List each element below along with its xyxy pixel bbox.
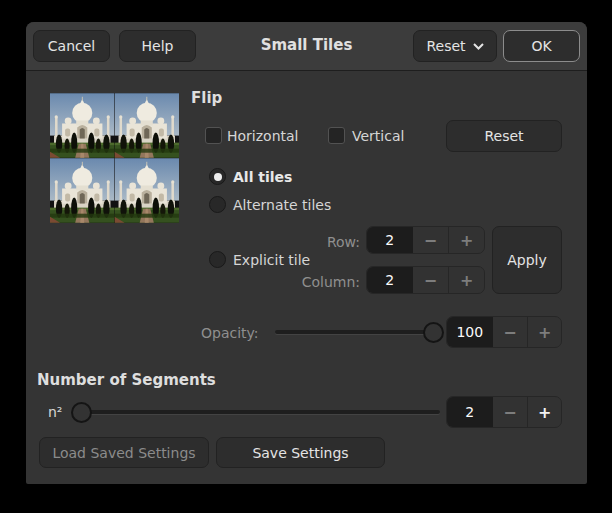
segments-decrement-button[interactable]: − [493, 397, 528, 427]
screen-background: Cancel Help Small Tiles Reset OK [0, 0, 612, 513]
ok-button[interactable]: OK [503, 30, 580, 62]
horizontal-checkbox[interactable] [205, 127, 222, 144]
row-spinner: 2 − + [366, 226, 485, 254]
load-saved-settings-button[interactable]: Load Saved Settings [39, 437, 209, 468]
segments-slider-thumb[interactable] [71, 402, 92, 423]
explicit-tile-radio[interactable] [209, 251, 226, 268]
cancel-button[interactable]: Cancel [33, 30, 110, 62]
alternate-tiles-radio-label[interactable]: Alternate tiles [233, 197, 331, 213]
vertical-checkbox-label[interactable]: Vertical [352, 128, 404, 144]
chevron-down-icon [473, 43, 484, 50]
alternate-tiles-radio[interactable] [209, 196, 226, 213]
reset-menu-label: Reset [426, 38, 465, 54]
row-input[interactable]: 2 [367, 227, 413, 253]
opacity-label: Opacity: [201, 325, 259, 341]
minus-icon: − [424, 271, 437, 290]
segments-n-label: n² [48, 404, 63, 420]
column-decrement-button[interactable]: − [413, 267, 449, 293]
opacity-increment-button[interactable]: + [527, 317, 561, 347]
opacity-slider-track[interactable] [275, 330, 443, 334]
plus-icon: + [538, 403, 551, 422]
segments-slider-track[interactable] [75, 410, 440, 414]
row-increment-button[interactable]: + [448, 227, 484, 253]
column-increment-button[interactable]: + [448, 267, 484, 293]
column-input[interactable]: 2 [367, 267, 413, 293]
segments-input[interactable]: 2 [447, 397, 493, 427]
opacity-input[interactable]: 100 [447, 317, 493, 347]
minus-icon: − [424, 231, 437, 250]
all-tiles-radio[interactable] [209, 168, 226, 185]
apply-button[interactable]: Apply [492, 226, 562, 294]
save-settings-button[interactable]: Save Settings [216, 437, 385, 468]
dialog-header-bar: Cancel Help Small Tiles Reset OK [26, 22, 587, 71]
flip-heading: Flip [191, 89, 222, 107]
segments-increment-button[interactable]: + [527, 397, 561, 427]
minus-icon: − [503, 323, 516, 342]
row-label: Row: [276, 234, 360, 250]
opacity-slider-thumb[interactable] [423, 322, 444, 343]
horizontal-checkbox-label[interactable]: Horizontal [227, 128, 298, 144]
help-button[interactable]: Help [119, 30, 196, 62]
explicit-tile-radio-label[interactable]: Explicit tile [233, 252, 310, 268]
flip-reset-button[interactable]: Reset [446, 120, 562, 152]
reset-menu-button[interactable]: Reset [413, 30, 497, 62]
plus-icon: + [538, 323, 551, 342]
segments-spinner: 2 − + [446, 396, 562, 428]
preview-image [50, 93, 179, 223]
opacity-spinner: 100 − + [446, 316, 562, 348]
all-tiles-radio-label[interactable]: All tiles [233, 169, 292, 185]
minus-icon: − [503, 403, 516, 422]
plus-icon: + [460, 271, 473, 290]
small-tiles-dialog: Cancel Help Small Tiles Reset OK [26, 22, 587, 484]
plus-icon: + [460, 231, 473, 250]
vertical-checkbox[interactable] [328, 127, 345, 144]
row-decrement-button[interactable]: − [413, 227, 449, 253]
column-spinner: 2 − + [366, 266, 485, 294]
column-label: Column: [276, 274, 360, 290]
segments-heading: Number of Segments [37, 371, 216, 389]
opacity-decrement-button[interactable]: − [493, 317, 528, 347]
